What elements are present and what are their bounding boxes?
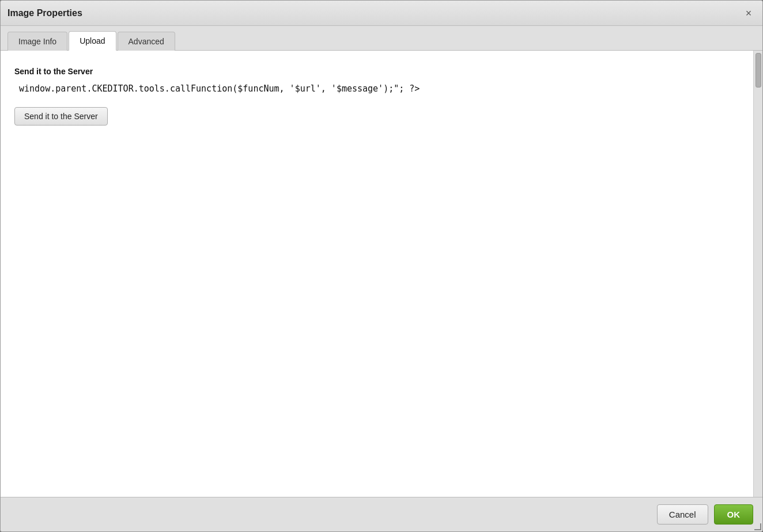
title-bar: Image Properties × xyxy=(1,1,762,26)
tab-advanced[interactable]: Advanced xyxy=(118,32,175,51)
send-to-server-button[interactable]: Send it to the Server xyxy=(14,107,108,126)
close-button[interactable]: × xyxy=(742,6,756,20)
tabs-bar: Image Info Upload Advanced xyxy=(1,26,762,51)
ok-button[interactable]: OK xyxy=(714,504,754,525)
tab-upload[interactable]: Upload xyxy=(69,31,116,51)
section-label: Send it to the Server xyxy=(14,67,739,76)
scrollbar-track[interactable] xyxy=(753,51,762,497)
cancel-button[interactable]: Cancel xyxy=(657,504,708,525)
footer: Cancel OK xyxy=(1,497,762,531)
dialog-title: Image Properties xyxy=(7,8,82,18)
content-area: Send it to the Server window.parent.CKED… xyxy=(1,51,762,497)
tab-image-info[interactable]: Image Info xyxy=(7,32,67,51)
resize-handle[interactable] xyxy=(753,522,762,531)
image-properties-dialog: Image Properties × Image Info Upload Adv… xyxy=(0,0,763,532)
scrollbar-thumb[interactable] xyxy=(756,53,761,88)
main-content: Send it to the Server window.parent.CKED… xyxy=(1,51,753,497)
code-block: window.parent.CKEDITOR.tools.callFunctio… xyxy=(19,82,739,96)
